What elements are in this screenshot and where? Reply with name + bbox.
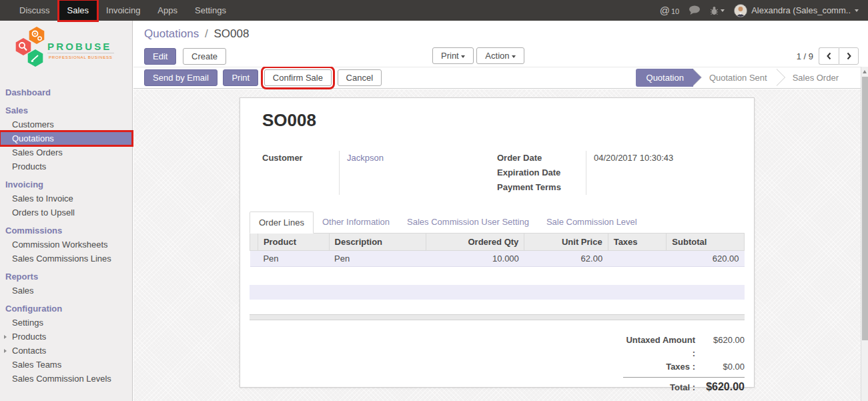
sheet-header: SO008 Customer Jackpson Ord	[250, 110, 745, 195]
order-date-label: Order Date	[497, 151, 586, 165]
col-taxes[interactable]: Taxes	[608, 234, 667, 251]
col-ordered-qty[interactable]: Ordered Qty	[426, 234, 524, 251]
print-label: Print	[441, 51, 459, 61]
cancel-button[interactable]: Cancel	[338, 69, 382, 86]
cell-description: Pen	[329, 251, 426, 267]
sidebar-header-dashboard[interactable]: Dashboard	[0, 85, 132, 99]
sidebar-header-reports[interactable]: Reports	[0, 270, 132, 284]
table-header-row: Product Description Ordered Qty Unit Pri…	[250, 234, 745, 251]
create-button[interactable]: Create	[183, 48, 226, 65]
tab-sale-commission-level[interactable]: Sale Commission Level	[538, 212, 646, 234]
customer-value-link[interactable]: Jackpson	[347, 151, 497, 165]
avatar	[734, 4, 747, 17]
sidebar-item-commission-worksheets[interactable]: Commission Worksheets	[0, 238, 132, 252]
sidebar-item-sales-commissions-lines[interactable]: Sales Commissions Lines	[0, 252, 132, 266]
sidebar-header-invoicing[interactable]: Invoicing	[0, 177, 132, 191]
sidebar-item-settings[interactable]: Settings	[0, 316, 132, 330]
pager-next-button[interactable]	[839, 47, 859, 65]
form-view-background: SO008 Customer Jackpson Ord	[133, 89, 868, 401]
breadcrumb-quotations-link[interactable]: Quotations	[144, 27, 199, 40]
edit-button[interactable]: Edit	[144, 48, 176, 65]
chevron-right-icon	[846, 52, 852, 60]
sidebar-item-reports-sales[interactable]: Sales	[0, 284, 132, 298]
probuse-logo: PROBUSE PROFESSIONAL BUSINESS	[0, 21, 132, 76]
svg-text:PROBUSE: PROBUSE	[47, 41, 112, 52]
row-handle	[250, 251, 258, 267]
chevron-down-icon	[721, 9, 725, 12]
sidebar-header-sales[interactable]: Sales	[0, 103, 132, 117]
total-value: $620.00	[695, 380, 745, 394]
top-menu-invoicing[interactable]: Invoicing	[97, 0, 149, 21]
scrollbar-up-button[interactable]	[861, 67, 868, 76]
expiration-date-value	[594, 165, 732, 180]
sidebar-header-commissions[interactable]: Commissions	[0, 224, 132, 238]
breadcrumb-separator: /	[202, 27, 211, 40]
breadcrumb-current: SO008	[213, 27, 249, 40]
send-by-email-button[interactable]: Send by Email	[144, 69, 218, 86]
col-unit-price[interactable]: Unit Price	[524, 234, 608, 251]
sidebar-item-sales-to-invoice[interactable]: Sales to Invoice	[0, 191, 132, 206]
confirm-sale-button[interactable]: Confirm Sale	[264, 69, 332, 86]
sidebar-item-products[interactable]: Products	[0, 159, 132, 173]
sidebar-item-customers[interactable]: Customers	[0, 117, 132, 131]
taxes-value: $0.00	[695, 360, 745, 374]
print-action-buttons: Print Action	[432, 47, 524, 64]
cell-subtotal: 620.00	[667, 251, 745, 267]
section-divider	[250, 314, 745, 320]
sidebar-header-configuration[interactable]: Configuration	[0, 302, 132, 316]
pager-previous-button[interactable]	[819, 47, 839, 65]
odoo-app-window: Discuss Sales Invoicing Apps Settings @ …	[0, 0, 868, 401]
payment-terms-label: Payment Terms	[497, 180, 586, 195]
chevron-down-icon	[461, 55, 465, 58]
totals-block: Untaxed Amount : $620.00 Taxes : $0.00 T…	[623, 334, 745, 394]
row-handle-column	[250, 234, 258, 251]
tab-order-lines[interactable]: Order Lines	[250, 212, 314, 234]
notebook-tabs: Order Lines Other Information Sales Comm…	[250, 211, 745, 234]
chevron-down-icon	[512, 55, 516, 58]
sidebar-item-orders-to-upsell[interactable]: Orders to Upsell	[0, 206, 132, 220]
order-line-row[interactable]: Pen Pen 10.000 62.00 620.00	[250, 251, 745, 267]
status-step-quotation[interactable]: Quotation	[636, 69, 693, 87]
control-panel: Quotations / SO008 Edit Create Print Act…	[133, 21, 868, 67]
sidebar-item-label: Products	[12, 332, 46, 342]
payment-terms-value	[594, 180, 732, 195]
print-dropdown-button[interactable]: Print	[432, 47, 474, 64]
col-product[interactable]: Product	[258, 234, 329, 251]
sidebar-item-sales-teams[interactable]: Sales Teams	[0, 358, 132, 372]
status-step-sales-order[interactable]: Sales Order	[777, 69, 848, 87]
chat-bubble-icon	[689, 5, 701, 15]
scrollbar-thumb[interactable]	[862, 77, 868, 340]
taxes-label: Taxes :	[623, 360, 695, 374]
sidebar-item-quotations[interactable]: Quotations	[0, 131, 132, 145]
vertical-scrollbar[interactable]	[861, 67, 868, 401]
user-menu[interactable]: Alexandra (Sales_comm..	[734, 4, 859, 17]
col-subtotal[interactable]: Subtotal	[667, 234, 745, 251]
cell-taxes	[608, 251, 667, 267]
debug-menu-button[interactable]	[710, 6, 725, 15]
tab-other-information[interactable]: Other Information	[314, 212, 398, 234]
action-dropdown-button[interactable]: Action	[476, 47, 524, 64]
top-menu-apps[interactable]: Apps	[149, 0, 186, 21]
pager: 1 / 9	[797, 47, 859, 65]
sidebar-item-sales-commission-levels[interactable]: Sales Commission Levels	[0, 372, 132, 386]
action-label: Action	[485, 51, 509, 61]
sidebar: PROBUSE PROFESSIONAL BUSINESS Dashboard …	[0, 21, 133, 401]
top-menu-sales[interactable]: Sales	[59, 0, 98, 21]
activities-counter[interactable]: @ 10	[660, 5, 679, 16]
order-date-value: 04/20/2017 10:30:43	[594, 151, 732, 165]
col-description[interactable]: Description	[329, 234, 426, 251]
cell-ordered-qty: 10.000	[426, 251, 524, 267]
print-quotation-button[interactable]: Print	[223, 69, 258, 86]
user-name: Alexandra (Sales_comm..	[751, 5, 851, 15]
total-label: Total :	[623, 381, 695, 394]
status-step-quotation-sent[interactable]: Quotation Sent	[693, 69, 777, 87]
sidebar-item-sales-orders[interactable]: Sales Orders	[0, 145, 132, 159]
top-menu-settings[interactable]: Settings	[186, 0, 235, 21]
top-menu-discuss[interactable]: Discuss	[11, 0, 59, 21]
chevron-left-icon	[826, 52, 832, 60]
tab-sales-commission-user-setting[interactable]: Sales Commission User Setting	[398, 212, 538, 234]
sidebar-item-config-products[interactable]: Products	[0, 330, 132, 344]
messages-button[interactable]	[689, 5, 701, 15]
chevron-down-icon	[855, 9, 859, 12]
sidebar-item-config-contacts[interactable]: Contacts	[0, 344, 132, 358]
